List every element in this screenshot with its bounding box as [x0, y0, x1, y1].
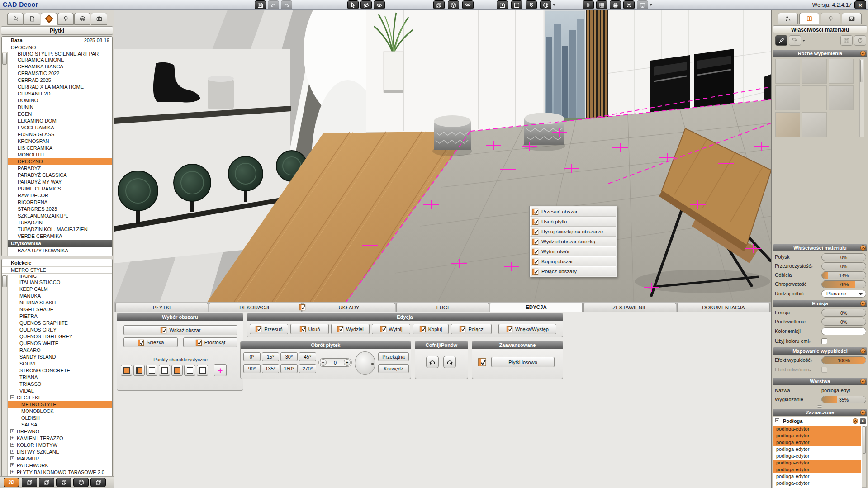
angle-45-button[interactable]: 45° — [299, 352, 316, 361]
tab-tiles-icon[interactable] — [41, 13, 57, 25]
tree-item[interactable]: SALSA — [8, 422, 112, 428]
list-item[interactable]: CERAMSTIC 2022 — [8, 70, 112, 77]
list-item[interactable]: ITALIAN STUCCO — [8, 279, 112, 286]
rtab-lighting-icon[interactable] — [821, 13, 840, 24]
cube-view-icon[interactable] — [22, 478, 37, 487]
baza-scrollbar[interactable] — [2, 52, 8, 256]
display-icon[interactable] — [637, 0, 648, 9]
list-item[interactable]: PRIME CERAMICS — [8, 185, 112, 192]
eyedropper-icon[interactable] — [775, 35, 787, 46]
use-emission-color-checkbox[interactable] — [821, 338, 827, 344]
tab-lighting-icon[interactable] — [57, 13, 74, 25]
expand-expander-icon[interactable]: + — [10, 456, 14, 460]
undo-area-icon[interactable] — [426, 356, 439, 368]
collapse-expander-icon[interactable]: − — [775, 418, 779, 422]
list-item[interactable]: RAW DECOR — [8, 192, 112, 199]
paint-roller-icon[interactable] — [789, 35, 801, 46]
baza-user-header[interactable]: Użytkownika — [8, 240, 112, 247]
emisja-slider[interactable]: 0% — [821, 309, 866, 317]
char-point-half-icon[interactable] — [171, 365, 183, 376]
bump-effect-slider[interactable]: 100% — [821, 356, 866, 364]
list-item[interactable]: RICORDENA — [8, 199, 112, 206]
list-item[interactable]: podloga-edytor — [773, 473, 861, 480]
kolekcje-current[interactable]: METRO STYLE — [2, 267, 112, 274]
chropowatosc-slider[interactable]: 76% — [821, 280, 866, 288]
list-item[interactable]: QUENOS GRAPHITE — [8, 320, 112, 327]
list-item[interactable]: KRONOSPAN — [8, 138, 112, 145]
char-point-corner-icon[interactable] — [121, 365, 132, 376]
layer-section-header[interactable]: Warstwa — [773, 378, 867, 385]
expand-expander-icon[interactable]: + — [10, 463, 14, 467]
tab-surfaces-icon[interactable] — [24, 13, 40, 25]
kopiuj-button[interactable]: Kopiuj — [413, 324, 449, 334]
plytki-losowo-button[interactable]: Płytki losowo — [491, 357, 555, 367]
tree-item-collapsed[interactable]: +KAMIEŃ I TERAZZO — [8, 435, 112, 442]
tab-fugi[interactable]: FUGI — [396, 303, 489, 312]
list-item[interactable]: IRONIC — [8, 275, 112, 279]
list-item[interactable]: TUBĄDZIN — [8, 219, 112, 226]
collapse-icon[interactable] — [860, 379, 866, 384]
angle-stepper[interactable]: − 0 + — [318, 358, 352, 367]
web-catalog-icon[interactable] — [540, 0, 551, 9]
expand-expander-icon[interactable]: + — [10, 470, 14, 474]
menu-item[interactable]: Wydziel obszar ścieżką — [530, 237, 616, 246]
texture-thumbnail[interactable] — [829, 85, 854, 110]
angle-180-button[interactable]: 180° — [280, 364, 298, 373]
collapse-icon[interactable] — [860, 410, 866, 415]
emission-section-header[interactable]: Emisja — [773, 300, 867, 307]
panel-splitter-handle[interactable] — [817, 405, 822, 408]
list-item[interactable]: CERAMIKA BIANCA — [8, 63, 112, 70]
texture-thumbnail[interactable] — [829, 59, 854, 84]
emission-color-field[interactable] — [821, 327, 866, 335]
list-item[interactable]: QUENOS WHITE — [8, 340, 112, 347]
angle-90-button[interactable]: 90° — [243, 364, 261, 373]
przezroczystosc-slider[interactable]: 0% — [821, 262, 866, 270]
podswietlenie-slider[interactable]: 0% — [821, 318, 866, 326]
list-item[interactable]: TRIASSO — [8, 381, 112, 388]
rtab-material-editor-icon[interactable] — [799, 13, 819, 24]
list-item[interactable]: RAKARO — [8, 347, 112, 354]
collapse-expander-icon[interactable]: − — [10, 395, 14, 399]
collapse-icon[interactable] — [853, 418, 858, 424]
save-icon[interactable] — [255, 0, 266, 9]
tree-item[interactable]: MONOBLOCK — [8, 408, 112, 415]
stepper-plus-icon[interactable]: + — [344, 359, 351, 366]
solid-view-icon[interactable] — [448, 0, 459, 9]
expand-expander-icon[interactable]: + — [10, 450, 14, 454]
tab-dekoracje[interactable]: DEKORACJE — [209, 303, 302, 312]
texture-thumbnail[interactable] — [802, 112, 827, 137]
texture-thumbnail[interactable] — [802, 85, 827, 110]
expand-expander-icon[interactable]: + — [10, 436, 14, 440]
list-item[interactable]: QUENOS LIGHT GREY — [8, 333, 112, 340]
close-icon[interactable]: × — [854, 0, 866, 9]
menu-item[interactable]: Wytnij otwór — [530, 246, 616, 256]
selected-group-header[interactable]: − Podłoga × — [773, 417, 867, 425]
list-item[interactable]: EGEN — [8, 111, 112, 118]
undo-icon[interactable] — [268, 0, 279, 9]
wskaz-obszar-button[interactable]: Wskaż obszar — [123, 325, 237, 335]
list-item[interactable]: PARADYŻ MY WAY — [8, 179, 112, 185]
list-item-selected[interactable]: OPOCZNO — [8, 158, 112, 165]
fills-scrollbar[interactable] — [859, 59, 864, 137]
vegetation-icon[interactable] — [526, 0, 537, 9]
settings-icon[interactable] — [623, 0, 635, 9]
list-item[interactable]: SZKLANEMOZAIKI.PL — [8, 213, 112, 219]
collapse-icon[interactable] — [860, 348, 866, 354]
3d-viewport[interactable]: Przesuń obszar Usuń płytki... Rysuj ście… — [114, 10, 771, 302]
save-plus-icon[interactable] — [511, 0, 522, 9]
smoothing-slider[interactable]: 35% — [821, 396, 866, 403]
cube-view-icon[interactable] — [39, 478, 54, 487]
list-item[interactable]: ELKAMINO DOM — [8, 118, 112, 124]
menu-item[interactable]: Rysuj ścieżkę na obszarze — [530, 227, 616, 237]
krawedz-button[interactable]: Krawędź — [378, 364, 409, 373]
collapse-icon[interactable] — [860, 301, 866, 306]
list-item[interactable]: podloga-edytor — [773, 432, 861, 439]
texture-thumbnail[interactable] — [775, 85, 800, 110]
char-point-edge2-icon[interactable] — [159, 365, 170, 376]
wireframe-icon[interactable] — [433, 0, 445, 9]
przekatna-button[interactable]: Przekątna — [378, 352, 409, 361]
reset-material-icon[interactable] — [854, 35, 866, 46]
select-cursor-icon[interactable] — [347, 0, 359, 9]
kolekcje-header[interactable]: Kolekcje — [2, 259, 112, 267]
list-item[interactable]: podloga-edytor — [773, 487, 861, 488]
